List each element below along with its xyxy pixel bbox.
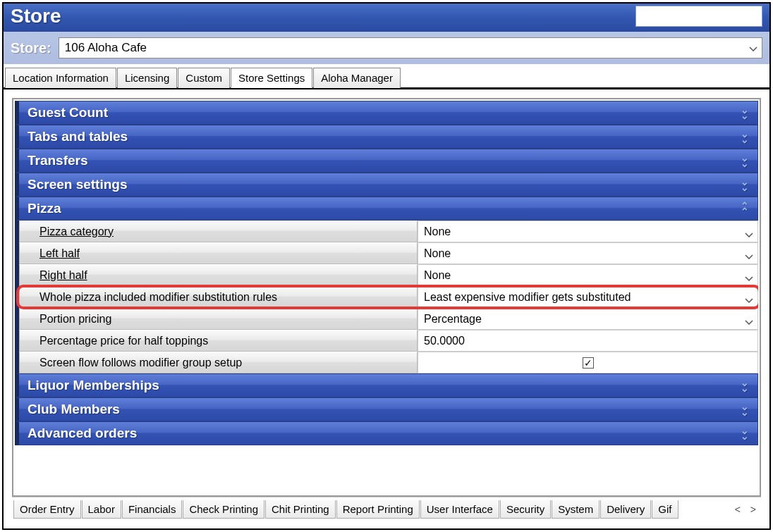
dropdown-value: None bbox=[424, 247, 451, 260]
section-label: Screen settings bbox=[28, 177, 128, 192]
screen-flow-checkbox[interactable]: ✓ bbox=[583, 357, 594, 369]
chevron-collapse-icon: ⌄⌄ bbox=[741, 380, 749, 391]
top-tabs: Location Information Licensing Custom St… bbox=[4, 64, 769, 89]
dropdown-value: None bbox=[424, 225, 451, 238]
chevron-down-icon bbox=[749, 41, 757, 55]
section-guest-count[interactable]: Guest Count ⌄⌄ bbox=[15, 101, 758, 125]
substitution-rules-dropdown[interactable]: Least expensive modifier gets substitute… bbox=[418, 286, 758, 308]
title-bar: Store bbox=[4, 4, 769, 32]
section-label: Advanced orders bbox=[28, 426, 137, 441]
screen-flow-checkbox-cell[interactable]: ✓ bbox=[418, 352, 758, 373]
section-screen-settings[interactable]: Screen settings ⌄⌄ bbox=[15, 173, 758, 197]
portion-pricing-dropdown[interactable]: Percentage bbox=[418, 308, 758, 330]
row-label[interactable]: Left half bbox=[19, 242, 418, 264]
pizza-rows: Pizza category None Left half None bbox=[15, 221, 758, 373]
left-half-dropdown[interactable]: None bbox=[418, 242, 758, 264]
row-substitution-rules: Whole pizza included modifier substituti… bbox=[19, 286, 758, 308]
page-title: Store bbox=[11, 5, 61, 27]
section-label: Liquor Memberships bbox=[28, 378, 159, 393]
section-label: Transfers bbox=[28, 153, 88, 168]
tab-licensing[interactable]: Licensing bbox=[117, 68, 177, 88]
chevron-collapse-icon: ⌄⌄ bbox=[741, 179, 749, 190]
percentage-half-input[interactable]: 50.0000 bbox=[418, 330, 758, 352]
bottom-tab-check-printing[interactable]: Check Printing bbox=[183, 500, 264, 519]
accordion: Guest Count ⌄⌄ Tabs and tables ⌄⌄ Transf… bbox=[15, 101, 758, 494]
bottom-tab-system[interactable]: System bbox=[552, 500, 599, 519]
bottom-tab-security[interactable]: Security bbox=[500, 500, 551, 519]
bottom-tab-financials[interactable]: Financials bbox=[122, 500, 183, 519]
section-label: Guest Count bbox=[28, 105, 108, 120]
row-pizza-category: Pizza category None bbox=[19, 221, 758, 242]
tab-store-settings[interactable]: Store Settings bbox=[231, 68, 312, 88]
chevron-expand-icon: ⌃⌃ bbox=[741, 203, 749, 214]
chevron-collapse-icon: ⌄⌄ bbox=[741, 131, 749, 142]
bottom-tab-delivery[interactable]: Delivery bbox=[600, 500, 651, 519]
store-dropdown[interactable]: 106 Aloha Cafe bbox=[59, 37, 762, 58]
bottom-tab-labor[interactable]: Labor bbox=[82, 500, 121, 519]
row-label: Whole pizza included modifier substituti… bbox=[19, 286, 418, 308]
chevron-collapse-icon: ⌄⌄ bbox=[741, 155, 749, 166]
chevron-collapse-icon: ⌄⌄ bbox=[741, 428, 749, 439]
tab-location-information[interactable]: Location Information bbox=[5, 68, 116, 88]
chevron-collapse-icon: ⌄⌄ bbox=[741, 107, 749, 118]
row-portion-pricing: Portion pricing Percentage bbox=[19, 308, 758, 330]
row-label: Portion pricing bbox=[19, 308, 418, 330]
section-label: Pizza bbox=[28, 201, 61, 216]
settings-panel: Guest Count ⌄⌄ Tabs and tables ⌄⌄ Transf… bbox=[12, 98, 761, 497]
chevron-down-icon bbox=[745, 293, 753, 306]
tab-aloha-manager[interactable]: Aloha Manager bbox=[313, 68, 401, 88]
row-percentage-half-toppings: Percentage price for half toppings 50.00… bbox=[19, 330, 758, 352]
dropdown-value: None bbox=[424, 269, 451, 282]
dropdown-value: Percentage bbox=[424, 313, 482, 326]
right-half-dropdown[interactable]: None bbox=[418, 264, 758, 286]
row-screen-flow: Screen flow follows modifier group setup… bbox=[19, 352, 758, 373]
title-search-box[interactable] bbox=[635, 6, 762, 27]
input-value: 50.0000 bbox=[424, 335, 465, 347]
store-label: Store: bbox=[11, 40, 51, 56]
section-pizza[interactable]: Pizza ⌃⌃ bbox=[15, 197, 758, 221]
section-club-members[interactable]: Club Members ⌄⌄ bbox=[15, 397, 758, 421]
store-dropdown-value: 106 Aloha Cafe bbox=[65, 41, 147, 55]
bottom-tab-chit-printing[interactable]: Chit Printing bbox=[265, 500, 336, 519]
row-label[interactable]: Right half bbox=[19, 264, 418, 286]
section-transfers[interactable]: Transfers ⌄⌄ bbox=[15, 149, 758, 173]
scroll-right-button[interactable]: > bbox=[747, 502, 760, 517]
bottom-tab-scroll: < > bbox=[731, 502, 760, 517]
row-label[interactable]: Pizza category bbox=[19, 221, 418, 242]
store-selector-row: Store: 106 Aloha Cafe bbox=[4, 32, 769, 64]
bottom-tab-report-printing[interactable]: Report Printing bbox=[336, 500, 420, 519]
chevron-down-icon bbox=[745, 315, 753, 328]
scroll-left-button[interactable]: < bbox=[731, 502, 744, 517]
content-area: Guest Count ⌄⌄ Tabs and tables ⌄⌄ Transf… bbox=[4, 89, 769, 528]
chevron-down-icon bbox=[745, 228, 753, 240]
row-label: Percentage price for half toppings bbox=[19, 330, 418, 352]
tab-custom[interactable]: Custom bbox=[178, 68, 230, 88]
pizza-category-dropdown[interactable]: None bbox=[418, 221, 758, 242]
bottom-tab-order-entry[interactable]: Order Entry bbox=[13, 500, 81, 519]
row-right-half: Right half None bbox=[19, 264, 758, 286]
chevron-down-icon bbox=[745, 271, 753, 284]
section-liquor-memberships[interactable]: Liquor Memberships ⌄⌄ bbox=[15, 373, 758, 397]
section-label: Club Members bbox=[28, 402, 120, 417]
bottom-tabs: Order Entry Labor Financials Check Print… bbox=[12, 497, 761, 520]
chevron-collapse-icon: ⌄⌄ bbox=[741, 404, 749, 415]
section-advanced-orders[interactable]: Advanced orders ⌄⌄ bbox=[15, 421, 758, 445]
section-tabs-tables[interactable]: Tabs and tables ⌄⌄ bbox=[15, 125, 758, 149]
dropdown-value: Least expensive modifier gets substitute… bbox=[424, 291, 631, 304]
bottom-tab-gif[interactable]: Gif bbox=[652, 500, 678, 519]
bottom-tab-user-interface[interactable]: User Interface bbox=[420, 500, 499, 519]
section-label: Tabs and tables bbox=[28, 129, 128, 144]
chevron-down-icon bbox=[745, 249, 753, 262]
row-left-half: Left half None bbox=[19, 242, 758, 264]
row-label: Screen flow follows modifier group setup bbox=[19, 352, 418, 373]
app-frame: Store Store: 106 Aloha Cafe Location Inf… bbox=[2, 2, 771, 530]
